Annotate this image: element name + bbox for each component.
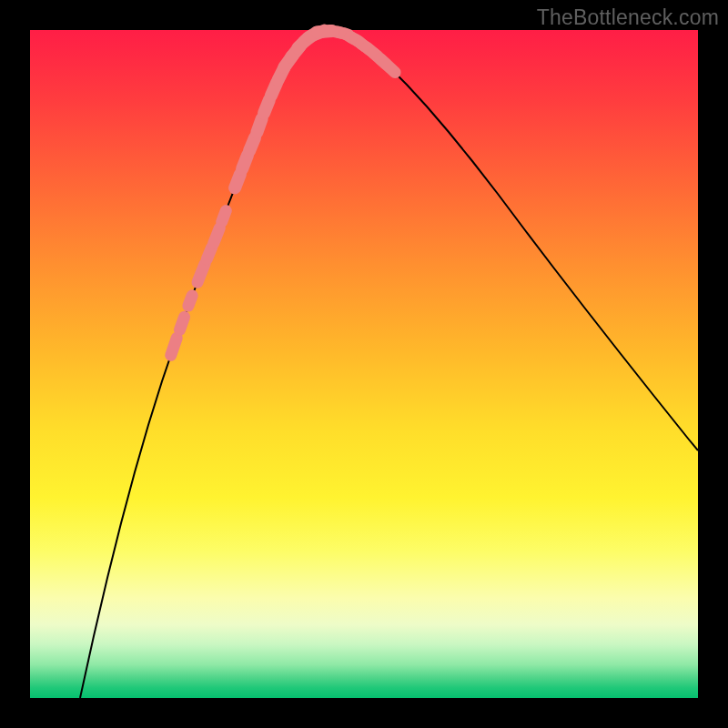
svg-line-0 [171,338,177,355]
bottleneck-curve-path [80,31,698,698]
svg-line-5 [214,228,220,244]
bottleneck-curve-svg [30,30,698,698]
marker-cluster-right [329,30,395,72]
svg-line-28 [318,31,332,32]
svg-line-3 [197,264,205,282]
plot-area [30,30,698,698]
marker-valley-fill [235,31,332,188]
svg-line-2 [188,296,192,306]
watermark-text: TheBottleneck.com [537,5,719,30]
svg-line-15 [380,59,395,73]
svg-line-16 [235,175,240,188]
svg-line-4 [207,248,211,259]
marker-cluster-left [171,211,227,356]
svg-line-19 [257,118,261,132]
svg-line-18 [249,137,255,151]
svg-line-20 [264,100,269,114]
svg-line-6 [222,211,227,222]
svg-line-1 [179,317,184,329]
svg-line-17 [242,156,248,169]
chart-frame: TheBottleneck.com [0,0,728,728]
